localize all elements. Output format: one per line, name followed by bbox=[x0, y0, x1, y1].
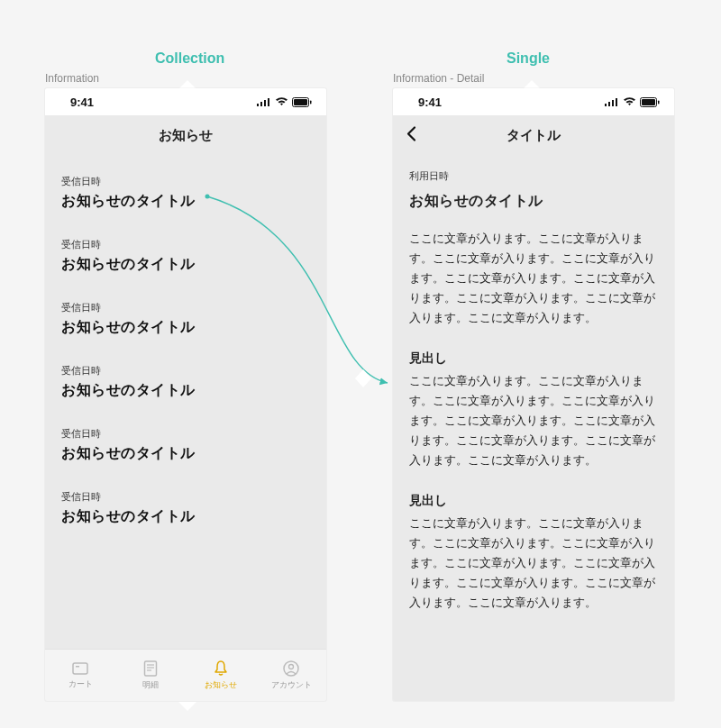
list-item-title: お知らせのタイトル bbox=[61, 255, 310, 274]
list-item[interactable]: 受信日時 お知らせのタイトル bbox=[45, 351, 326, 414]
svg-rect-7 bbox=[73, 663, 87, 674]
svg-rect-6 bbox=[310, 100, 312, 104]
signal-icon bbox=[257, 97, 271, 106]
tab-notifications[interactable]: お知らせ bbox=[186, 650, 256, 701]
tab-cart[interactable]: カート bbox=[45, 650, 115, 701]
list-item-meta: 受信日時 bbox=[61, 364, 310, 378]
list-item[interactable]: 受信日時 お知らせのタイトル bbox=[45, 288, 326, 351]
detail-title: お知らせのタイトル bbox=[409, 188, 658, 214]
nav-title: お知らせ bbox=[159, 127, 213, 144]
list-item-title: お知らせのタイトル bbox=[61, 318, 310, 337]
cart-icon bbox=[71, 661, 89, 676]
svg-marker-24 bbox=[355, 378, 371, 387]
svg-rect-21 bbox=[658, 100, 660, 104]
tab-label: アカウント bbox=[271, 679, 312, 691]
label-collection: Collection bbox=[155, 50, 224, 67]
detail-paragraph: ここに文章が入ります。ここに文章が入ります。ここに文章が入ります。ここに文章が入… bbox=[409, 230, 658, 328]
list-item-meta: 受信日時 bbox=[61, 490, 310, 504]
detail-heading: 見出し bbox=[409, 489, 658, 512]
list-item-meta: 受信日時 bbox=[61, 175, 310, 188]
detail-meta: 利用日時 bbox=[409, 168, 658, 185]
status-icons bbox=[257, 97, 312, 107]
status-bar: 9:41 bbox=[45, 88, 326, 115]
list-item-meta: 受信日時 bbox=[61, 301, 310, 314]
list-item[interactable]: 受信日時 お知らせのタイトル bbox=[45, 478, 326, 541]
detail-paragraph: ここに文章が入ります。ここに文章が入ります。ここに文章が入ります。ここに文章が入… bbox=[409, 372, 658, 470]
list-item[interactable]: 受信日時 お知らせのタイトル bbox=[45, 414, 326, 478]
list-item-title: お知らせのタイトル bbox=[61, 192, 310, 211]
divider-zigzag bbox=[355, 360, 371, 414]
battery-icon bbox=[292, 97, 312, 107]
svg-point-14 bbox=[289, 664, 294, 669]
tab-label: 明細 bbox=[142, 679, 159, 691]
detail-paragraph: ここに文章が入ります。ここに文章が入ります。ここに文章が入ります。ここに文章が入… bbox=[409, 514, 658, 613]
svg-rect-15 bbox=[605, 104, 607, 106]
svg-rect-3 bbox=[268, 98, 269, 106]
label-information: Information bbox=[45, 72, 99, 85]
label-single: Single bbox=[507, 50, 550, 67]
status-time: 9:41 bbox=[418, 96, 442, 109]
detail-body: 利用日時 お知らせのタイトル ここに文章が入ります。ここに文章が入ります。ここに… bbox=[393, 155, 674, 632]
wifi-icon bbox=[275, 97, 288, 106]
svg-rect-8 bbox=[76, 666, 79, 668]
list-item[interactable]: 受信日時 お知らせのタイトル bbox=[45, 162, 326, 225]
svg-marker-23 bbox=[355, 369, 371, 378]
list-item[interactable]: 受信日時 お知らせのタイトル bbox=[45, 225, 326, 288]
account-icon bbox=[283, 660, 299, 677]
label-information-detail: Information - Detail bbox=[393, 72, 484, 85]
chevron-left-icon bbox=[406, 126, 416, 142]
battery-icon bbox=[640, 97, 660, 107]
wifi-icon bbox=[623, 97, 636, 106]
svg-rect-9 bbox=[145, 661, 157, 676]
list-item-title: お知らせのタイトル bbox=[61, 444, 310, 463]
nav-bar: お知らせ bbox=[45, 115, 326, 155]
svg-rect-5 bbox=[294, 99, 307, 105]
back-button[interactable] bbox=[406, 126, 416, 145]
nav-title: タイトル bbox=[507, 127, 561, 144]
svg-rect-2 bbox=[264, 100, 266, 106]
bell-icon bbox=[214, 660, 228, 677]
tab-label: お知らせ bbox=[205, 679, 237, 691]
notification-list: 受信日時 お知らせのタイトル 受信日時 お知らせのタイトル 受信日時 お知らせの… bbox=[45, 155, 326, 541]
signal-icon bbox=[605, 97, 619, 106]
nav-bar: タイトル bbox=[393, 115, 674, 155]
tab-details[interactable]: 明細 bbox=[115, 650, 186, 701]
phone-collection: 9:41 お知らせ 受信日時 お知らせのタイトル 受信日時 お知らせのタイトル … bbox=[45, 88, 326, 701]
status-time: 9:41 bbox=[70, 96, 94, 109]
tab-account[interactable]: アカウント bbox=[256, 650, 326, 701]
tab-label: カート bbox=[68, 678, 93, 690]
list-item-meta: 受信日時 bbox=[61, 427, 310, 441]
svg-rect-20 bbox=[642, 99, 655, 105]
detail-heading: 見出し bbox=[409, 347, 658, 369]
tab-bar: カート 明細 お知らせ アカウント bbox=[45, 649, 326, 701]
svg-rect-1 bbox=[260, 102, 262, 106]
document-icon bbox=[143, 660, 158, 677]
status-bar: 9:41 bbox=[393, 88, 674, 115]
list-item-title: お知らせのタイトル bbox=[61, 507, 310, 526]
pointer-triangle-bottom bbox=[178, 702, 196, 711]
svg-rect-0 bbox=[257, 104, 259, 106]
svg-rect-17 bbox=[612, 100, 614, 106]
phone-detail: 9:41 タイトル 利用日時 お知らせのタイトル ここに文章が入ります。ここに文… bbox=[393, 88, 674, 701]
svg-rect-16 bbox=[608, 102, 610, 106]
status-icons bbox=[605, 97, 660, 107]
list-item-meta: 受信日時 bbox=[61, 238, 310, 251]
list-item-title: お知らせのタイトル bbox=[61, 381, 310, 400]
svg-rect-18 bbox=[616, 98, 617, 106]
